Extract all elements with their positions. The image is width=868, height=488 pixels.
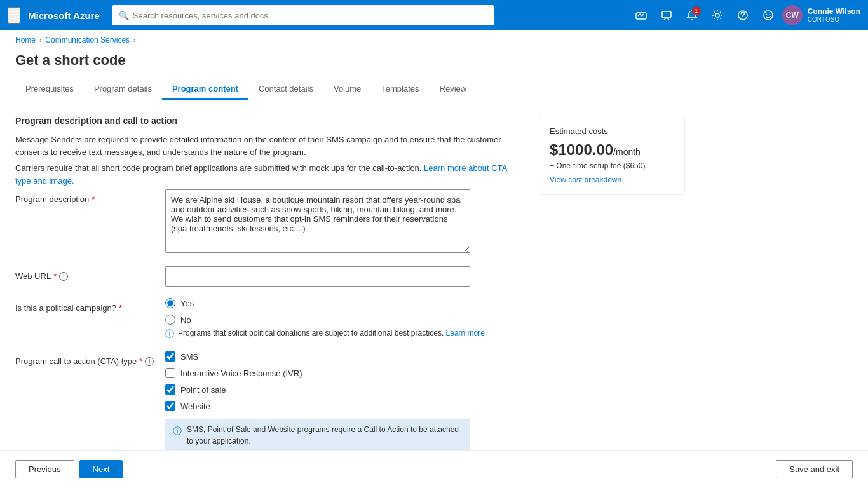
web-url-required: * (53, 271, 57, 281)
user-tenant: CONTOSO (808, 16, 860, 24)
notifications-button[interactable]: 1 (681, 4, 703, 27)
svg-point-2 (715, 13, 719, 17)
cta-website-checkbox[interactable] (165, 401, 175, 411)
tab-program-details[interactable]: Program details (84, 79, 162, 100)
cta-ivr-checkbox[interactable] (165, 368, 175, 378)
cta-website-option[interactable]: Website (165, 401, 524, 411)
cta-sms-label: SMS (180, 352, 198, 362)
top-navigation: ☰ Microsoft Azure 🔍 1 CW Connie Wilson (0, 0, 868, 30)
page-title: Get a short code (0, 50, 868, 79)
program-description-label: Program description* (15, 189, 155, 204)
cta-pos-option[interactable]: Point of sale (165, 384, 524, 395)
search-input[interactable] (133, 11, 487, 20)
program-description-textarea[interactable]: We are Alpine ski House, a boutique moun… (165, 189, 470, 253)
political-no-radio[interactable] (165, 315, 175, 325)
political-radio-group: Yes No (165, 298, 524, 325)
political-note-text: Programs that solicit political donation… (178, 329, 485, 337)
cta-checkbox-group: SMS Interactive Voice Response (IVR) Poi… (165, 351, 524, 411)
previous-button[interactable]: Previous (15, 460, 74, 478)
political-campaign-label: Is this a political campaign?* (15, 298, 155, 313)
svg-point-7 (769, 14, 770, 15)
web-url-input[interactable]: http://www.alpineskihouse.com/reminders/ (165, 266, 470, 287)
section-heading: Program description and call to action (15, 116, 524, 126)
cloud-shell-button[interactable] (630, 4, 653, 27)
cost-period: /month (613, 147, 641, 157)
menu-button[interactable]: ☰ (8, 7, 20, 24)
political-required: * (119, 303, 122, 313)
political-no-option[interactable]: No (165, 315, 524, 325)
program-description-control: We are Alpine ski House, a boutique moun… (165, 189, 524, 255)
user-name: Connie Wilson (808, 7, 860, 16)
cta-ivr-option[interactable]: Interactive Voice Response (IVR) (165, 368, 524, 378)
feedback-button[interactable] (655, 4, 678, 27)
avatar: CW (782, 5, 803, 25)
next-button[interactable]: Next (79, 460, 123, 478)
svg-point-5 (764, 11, 773, 20)
cost-amount-row: $1000.00/month (550, 141, 674, 159)
political-yes-label: Yes (180, 299, 194, 308)
svg-point-6 (766, 14, 767, 15)
breadcrumb-section[interactable]: Communication Services (45, 36, 130, 44)
cta-info-box: ⓘ SMS, Point of Sale and Website program… (165, 419, 470, 452)
tab-volume[interactable]: Volume (323, 79, 371, 100)
web-url-control: http://www.alpineskihouse.com/reminders/ (165, 266, 524, 287)
program-description-row: Program description* We are Alpine ski H… (15, 189, 524, 255)
search-bar: 🔍 (112, 5, 494, 25)
tab-program-content[interactable]: Program content (162, 79, 248, 100)
section-description-1: Message Senders are required to provide … (15, 133, 524, 158)
search-icon: 🔍 (119, 11, 129, 20)
web-url-label: Web URL* i (15, 266, 155, 281)
cta-info-box-icon: ⓘ (173, 424, 182, 438)
notification-badge: 1 (692, 6, 701, 15)
section-description-2: Carriers require that all short code pro… (15, 162, 524, 187)
breadcrumb-home[interactable]: Home (15, 36, 36, 44)
political-info-note: ⓘ Programs that solicit political donati… (165, 329, 524, 340)
cta-info-box-text: SMS, Point of Sale and Website programs … (187, 424, 463, 447)
tab-review[interactable]: Review (430, 79, 477, 100)
political-info-icon: ⓘ (165, 329, 174, 340)
smiley-button[interactable] (757, 4, 780, 27)
breadcrumb-chevron-2: › (133, 37, 135, 44)
cost-setup-fee: + One-time setup fee ($650) (550, 161, 674, 170)
cta-type-required: * (139, 356, 142, 366)
web-url-info-icon[interactable]: i (59, 272, 68, 281)
political-campaign-row: Is this a political campaign?* Yes No ⓘ (15, 298, 524, 340)
cta-ivr-label: Interactive Voice Response (IVR) (180, 369, 302, 378)
political-no-label: No (180, 315, 191, 325)
cost-panel: Estimated costs $1000.00/month + One-tim… (539, 116, 685, 195)
svg-point-4 (742, 18, 743, 18)
cta-pos-label: Point of sale (180, 385, 226, 395)
political-learn-more-link[interactable]: Learn more (446, 329, 485, 337)
breadcrumb: Home › Communication Services › (0, 30, 868, 50)
cta-type-label: Program call to action (CTA) type * i (15, 351, 155, 366)
cost-panel-title: Estimated costs (550, 126, 674, 136)
cost-amount: $1000.00 (550, 141, 613, 158)
political-campaign-control: Yes No ⓘ Programs that solicit political… (165, 298, 524, 340)
bottom-bar: Previous Next Save and exit (0, 450, 868, 488)
cta-type-control: SMS Interactive Voice Response (IVR) Poi… (165, 351, 524, 452)
cta-type-row: Program call to action (CTA) type * i SM… (15, 351, 524, 452)
app-logo: Microsoft Azure (28, 10, 100, 21)
tab-prerequisites[interactable]: Prerequisites (15, 79, 84, 100)
settings-button[interactable] (706, 4, 729, 27)
required-star: * (92, 194, 95, 204)
tab-contact-details[interactable]: Contact details (248, 79, 323, 100)
web-url-row: Web URL* i http://www.alpineskihouse.com… (15, 266, 524, 287)
breadcrumb-chevron-1: › (39, 37, 41, 44)
svg-rect-1 (662, 11, 671, 18)
cta-sms-option[interactable]: SMS (165, 351, 524, 362)
help-button[interactable] (731, 4, 754, 27)
political-yes-option[interactable]: Yes (165, 298, 524, 308)
view-cost-breakdown-link[interactable]: View cost breakdown (550, 175, 674, 184)
main-content: Program description and call to action M… (0, 100, 868, 488)
tab-templates[interactable]: Templates (371, 79, 429, 100)
political-yes-radio[interactable] (165, 298, 175, 308)
save-exit-button[interactable]: Save and exit (776, 460, 853, 478)
cta-sms-checkbox[interactable] (165, 351, 175, 362)
cta-pos-checkbox[interactable] (165, 384, 175, 395)
form-section: Program description and call to action M… (15, 116, 524, 463)
nav-icons: 1 CW Connie Wilson CONTOSO (630, 4, 860, 27)
cta-type-info-icon[interactable]: i (145, 357, 154, 366)
user-menu[interactable]: CW Connie Wilson CONTOSO (782, 5, 860, 25)
cta-website-label: Website (180, 402, 210, 411)
